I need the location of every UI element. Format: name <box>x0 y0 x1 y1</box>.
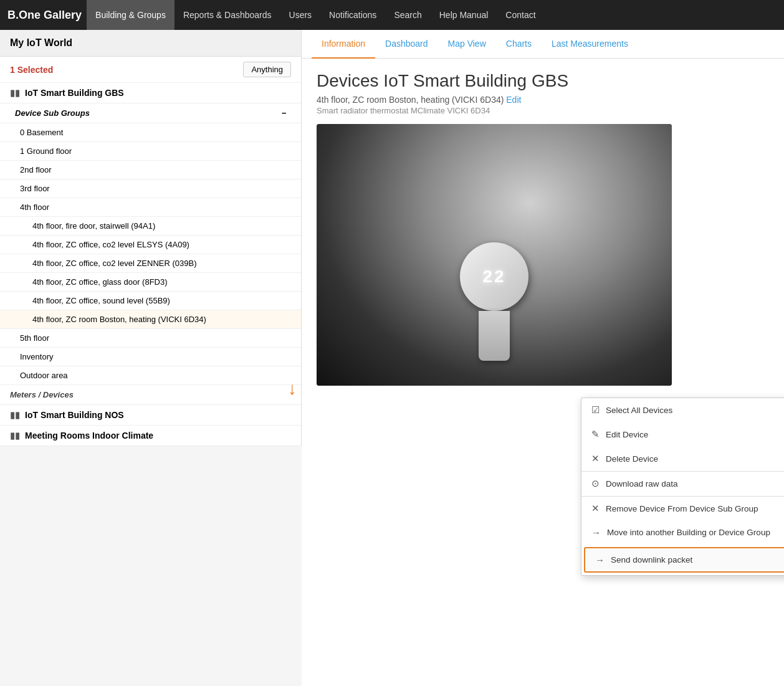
sub-group-collapse[interactable]: − <box>281 108 286 118</box>
device-title: Devices IoT Smart Building GBS <box>317 71 769 91</box>
thermostat-body <box>479 311 510 361</box>
device-image-inner: 22 <box>317 124 672 386</box>
remove-device-icon: ✕ <box>591 503 600 514</box>
group-label: IoT Smart Building GBS <box>25 88 124 98</box>
nav-item-contact[interactable]: Contact <box>497 0 544 30</box>
nav-item-help[interactable]: Help Manual <box>431 0 497 30</box>
move-device-label: Move into another Building or Device Gro… <box>607 528 770 537</box>
nav-item-users[interactable]: Users <box>280 0 321 30</box>
sidebar-item-meeting-rooms[interactable]: ▮▮ Meeting Rooms Indoor Climate <box>0 426 301 446</box>
move-device-icon: → <box>591 527 601 538</box>
thermostat-display: 22 <box>482 267 505 287</box>
sidebar-item-5th-floor[interactable]: 5th floor <box>0 329 301 348</box>
content-body: Devices IoT Smart Building GBS 4th floor… <box>302 59 784 398</box>
device-image: 22 <box>317 124 672 386</box>
context-menu-item-send-downlink[interactable]: → Send downlink packet <box>584 547 784 573</box>
sidebar-item-4th-sound-level[interactable]: 4th floor, ZC office, sound level (55B9) <box>0 292 301 310</box>
nav-item-reports[interactable]: Reports & Dashboards <box>174 0 280 30</box>
context-menu: ☑ Select All Devices ✎ Edit Device ✕ Del… <box>581 398 784 576</box>
folder-icon-nos: ▮▮ <box>10 410 20 420</box>
sidebar-item-outdoor-area[interactable]: Outdoor area <box>0 366 301 385</box>
edit-device-label: Edit Device <box>606 430 648 439</box>
sidebar-filter-row: 1 Selected Anything <box>0 57 301 83</box>
tab-charts[interactable]: Charts <box>496 30 542 59</box>
brand-logo: B.One Gallery <box>7 9 82 22</box>
nav-item-search[interactable]: Search <box>385 0 430 30</box>
edit-device-icon: ✎ <box>591 429 600 440</box>
sidebar-item-4th-floor[interactable]: 4th floor <box>0 198 301 217</box>
download-raw-icon: ⊙ <box>591 478 600 489</box>
sidebar-item-4th-glass-door[interactable]: 4th floor, ZC office, glass door (8FD3) <box>0 273 301 292</box>
sidebar-wrapper: My IoT World 1 Selected Anything ▮▮ IoT … <box>0 30 302 686</box>
send-downlink-label: Send downlink packet <box>611 555 692 565</box>
sidebar-item-3rd-floor[interactable]: 3rd floor <box>0 179 301 198</box>
delete-device-icon: ✕ <box>591 453 600 464</box>
delete-device-label: Delete Device <box>606 454 658 464</box>
sidebar-item-iot-smart-building-nos[interactable]: ▮▮ IoT Smart Building NOS <box>0 405 301 426</box>
main-layout: My IoT World 1 Selected Anything ▮▮ IoT … <box>0 30 784 686</box>
sidebar-item-4th-fire-door[interactable]: 4th floor, fire door, stairwell (94A1) <box>0 217 301 236</box>
meters-devices-label: Meters / Devices <box>0 385 301 405</box>
filter-button[interactable]: Anything <box>243 62 291 77</box>
context-menu-item-download-raw[interactable]: ⊙ Download raw data <box>581 472 784 496</box>
nav-item-notifications[interactable]: Notifications <box>320 0 385 30</box>
sidebar-item-1-ground-floor[interactable]: 1 Ground floor <box>0 142 301 161</box>
device-location: 4th floor, ZC room Boston, heating (VICK… <box>317 95 769 105</box>
nav-items: Building & Groups Reports & Dashboards U… <box>87 0 545 30</box>
folder-icon: ▮▮ <box>10 88 20 98</box>
context-menu-item-move-device[interactable]: → Move into another Building or Device G… <box>581 521 784 545</box>
navbar: B.One Gallery Building & Groups Reports … <box>0 0 784 30</box>
thermostat-head: 22 <box>460 242 528 311</box>
download-raw-label: Download raw data <box>606 479 678 488</box>
nav-item-building-groups[interactable]: Building & Groups <box>87 0 174 30</box>
sidebar-item-4th-co2-zenner[interactable]: 4th floor, ZC office, co2 level ZENNER (… <box>0 254 301 273</box>
sidebar-item-inventory[interactable]: Inventory <box>0 348 301 366</box>
select-all-icon: ☑ <box>591 404 600 416</box>
tab-map-view[interactable]: Map View <box>438 30 496 59</box>
sub-group-label: Device Sub Groups <box>15 108 90 118</box>
sidebar-item-iot-smart-building-gbs[interactable]: ▮▮ IoT Smart Building GBS <box>0 83 301 103</box>
selected-count: 1 Selected <box>10 65 53 75</box>
tabs-row: Information Dashboard Map View Charts La… <box>302 30 784 59</box>
sidebar: My IoT World 1 Selected Anything ▮▮ IoT … <box>0 30 302 446</box>
sidebar-item-2nd-floor[interactable]: 2nd floor <box>0 161 301 179</box>
context-menu-item-remove-device[interactable]: ✕ Remove Device From Device Sub Group <box>581 497 784 521</box>
sidebar-item-4th-room-boston[interactable]: 4th floor, ZC room Boston, heating (VICK… <box>0 310 301 329</box>
tab-information[interactable]: Information <box>312 30 375 59</box>
device-description: Smart radiator thermostat MClimate VICKI… <box>317 106 769 115</box>
tab-last-measurements[interactable]: Last Measurements <box>542 30 638 59</box>
group-label-meeting: Meeting Rooms Indoor Climate <box>25 431 153 441</box>
sidebar-item-4th-co2-elsys[interactable]: 4th floor, ZC office, co2 level ELSYS (4… <box>0 236 301 254</box>
sub-group-header: Device Sub Groups − <box>0 103 301 123</box>
sidebar-title: My IoT World <box>0 30 301 57</box>
group-label-nos: IoT Smart Building NOS <box>25 410 124 420</box>
select-all-label: Select All Devices <box>606 406 672 415</box>
send-downlink-icon: → <box>595 555 605 565</box>
context-menu-item-delete-device[interactable]: ✕ Delete Device <box>581 447 784 471</box>
context-menu-item-select-all[interactable]: ☑ Select All Devices <box>581 398 784 422</box>
content-panel: Information Dashboard Map View Charts La… <box>302 30 784 686</box>
context-menu-item-edit-device[interactable]: ✎ Edit Device <box>581 422 784 447</box>
remove-device-label: Remove Device From Device Sub Group <box>606 504 758 513</box>
sidebar-item-0-basement[interactable]: 0 Basement <box>0 123 301 142</box>
tab-dashboard[interactable]: Dashboard <box>375 30 438 59</box>
edit-link[interactable]: Edit <box>506 95 521 105</box>
thermostat-shape: 22 <box>457 242 532 361</box>
folder-icon-meeting: ▮▮ <box>10 431 20 441</box>
